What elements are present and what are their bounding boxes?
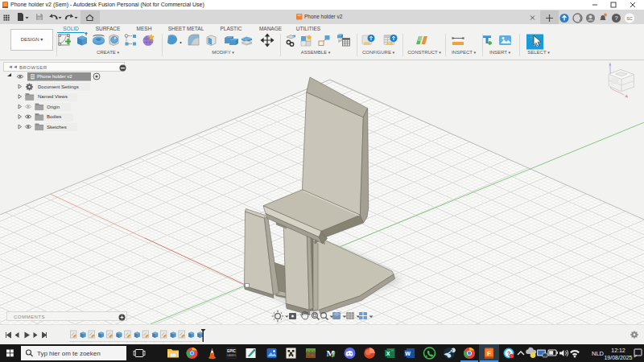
svg-text:X: X: [386, 351, 390, 356]
svg-text:GAMES: GAMES: [227, 354, 236, 357]
svg-text:NLD: NLD: [592, 350, 605, 357]
svg-text:19/08/2025: 19/08/2025: [604, 355, 632, 360]
svg-text:EPIC: EPIC: [227, 349, 236, 353]
svg-text:Typ hier om te zoeken: Typ hier om te zoeken: [37, 350, 101, 357]
svg-text:12:12: 12:12: [611, 348, 625, 353]
svg-text:W: W: [405, 351, 411, 356]
svg-text:?: ?: [614, 14, 617, 22]
svg-text:F: F: [487, 350, 491, 357]
svg-text:SC: SC: [626, 16, 633, 21]
